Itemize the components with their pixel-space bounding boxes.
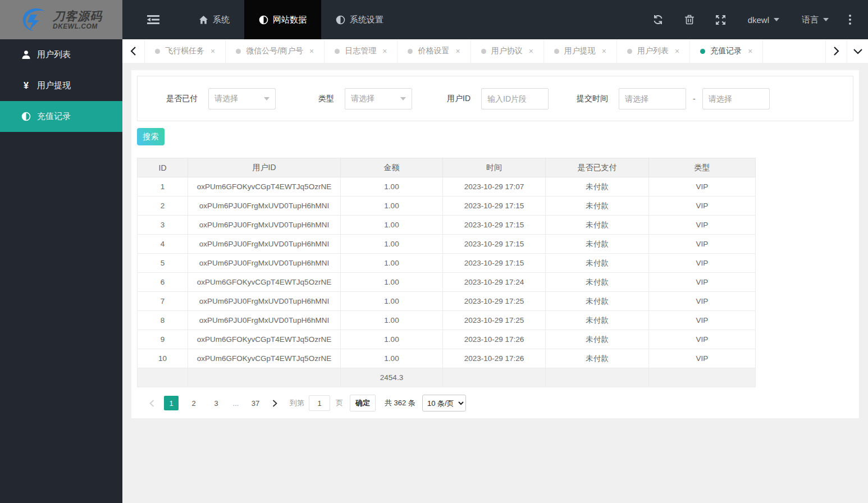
table-cell: 未付款 — [546, 196, 649, 216]
table-cell: 1.00 — [341, 177, 443, 196]
tab-close-icon[interactable]: × — [748, 47, 752, 56]
more-options-icon[interactable] — [840, 15, 860, 25]
tab-close-icon[interactable]: × — [309, 47, 314, 56]
svg-text:¥: ¥ — [24, 81, 29, 90]
table-cell: 未付款 — [546, 330, 649, 349]
summary-cell — [546, 368, 649, 387]
user-menu[interactable]: dkewl — [737, 0, 791, 39]
table-cell: VIP — [649, 196, 756, 216]
sidebar-item-用户提现[interactable]: ¥用户提现 — [0, 70, 122, 101]
sidebar-item-label: 用户提现 — [37, 80, 71, 91]
tab-用户列表[interactable]: 用户列表× — [617, 39, 690, 63]
time-range-separator: - — [693, 94, 696, 103]
page-number-1[interactable]: 1 — [164, 396, 179, 410]
tab-label: 价格设置 — [418, 46, 449, 56]
table-cell: 3 — [138, 216, 188, 235]
tab-用户提现[interactable]: 用户提现× — [544, 39, 617, 63]
tab-status-dot — [627, 49, 632, 54]
page-next-icon[interactable] — [267, 400, 283, 407]
sidebar-menu: 用户列表¥用户提现充值记录 — [0, 39, 122, 132]
pagination: 123...37 到第 页 确定 共 362 条 10 条/页 — [137, 395, 853, 411]
summary-cell — [138, 368, 188, 387]
user-icon — [20, 50, 31, 60]
table-cell: 未付款 — [546, 177, 649, 196]
page-ellipsis: ... — [229, 396, 243, 410]
filter-time-to-input[interactable] — [702, 88, 770, 109]
tab-充值记录[interactable]: 充值记录× — [690, 39, 763, 63]
page-size-select[interactable]: 10 条/页 — [422, 395, 466, 411]
tab-日志管理[interactable]: 日志管理× — [325, 39, 398, 63]
tab-微信公号/商户号[interactable]: 微信公号/商户号× — [226, 39, 325, 63]
tab-close-icon[interactable]: × — [455, 47, 460, 56]
table-cell: oxPUm6PJU0FrgMxUVD0TupH6hMNI — [188, 216, 341, 235]
table-cell: 2 — [138, 196, 188, 216]
sidebar-collapse-icon[interactable] — [122, 0, 184, 39]
tab-价格设置[interactable]: 价格设置× — [398, 39, 470, 63]
table-cell: 1.00 — [341, 216, 443, 235]
nav-item-系统[interactable]: 系统 — [184, 0, 244, 39]
tab-close-icon[interactable]: × — [602, 47, 606, 56]
table-cell: 5 — [138, 254, 188, 273]
table-cell: 8 — [138, 311, 188, 330]
tab-bar: 飞行棋任务×微信公号/商户号×日志管理×价格设置×用户协议×用户提现×用户列表×… — [122, 39, 868, 63]
chevron-down-icon — [264, 97, 269, 100]
search-button[interactable]: 搜索 — [137, 128, 165, 145]
filter-time: 提交时间 - — [577, 88, 770, 109]
table-row: 3oxPUm6PJU0FrgMxUVD0TupH6hMNI1.002023-10… — [138, 216, 756, 235]
filter-type-select[interactable]: 请选择 — [345, 88, 412, 109]
app-logo[interactable]: 刀客源码 DKEWL.COM — [0, 0, 122, 39]
language-menu[interactable]: 语言 — [791, 0, 840, 39]
goto-confirm-button[interactable]: 确定 — [350, 395, 376, 411]
trash-icon[interactable] — [674, 0, 705, 39]
tab-status-dot — [335, 49, 340, 54]
tab-close-icon[interactable]: × — [529, 47, 533, 56]
page-number-3[interactable]: 3 — [209, 396, 223, 410]
tab-status-dot — [700, 49, 705, 54]
filter-bar: 是否已付 请选择 类型 请选择 用户ID 提交时间 - — [137, 76, 853, 121]
table-cell: 7 — [138, 292, 188, 311]
goto-page-input[interactable] — [309, 395, 330, 411]
table-cell: oxPUm6PJU0FrgMxUVD0TupH6hMNI — [188, 311, 341, 330]
sidebar-item-充值记录[interactable]: 充值记录 — [0, 101, 122, 132]
table-cell: 2023-10-29 17:24 — [443, 273, 546, 292]
tabs-menu-icon[interactable] — [847, 39, 868, 63]
page-number-37[interactable]: 37 — [248, 396, 263, 410]
records-table: ID用户ID金额时间是否已支付类型 1oxPUm6GFOKyvCGpT4EWTJ… — [137, 158, 756, 387]
tabs-scroll-left-icon[interactable] — [122, 39, 145, 63]
nav-item-系统设置[interactable]: 系统设置 — [321, 0, 398, 39]
filter-time-from-input[interactable] — [619, 88, 686, 109]
tab-close-icon[interactable]: × — [211, 47, 215, 56]
page-prev-icon[interactable] — [144, 400, 160, 407]
tab-label: 飞行棋任务 — [165, 46, 204, 56]
tab-status-dot — [408, 49, 413, 54]
table-cell: 1.00 — [341, 311, 443, 330]
refresh-icon[interactable] — [642, 0, 674, 39]
nav-item-网站数据[interactable]: 网站数据 — [244, 0, 321, 39]
column-header: 时间 — [443, 158, 546, 177]
page-number-2[interactable]: 2 — [186, 396, 201, 410]
tab-用户协议[interactable]: 用户协议× — [471, 39, 544, 63]
filter-userid-input[interactable] — [481, 88, 549, 109]
table-cell: 1.00 — [341, 235, 443, 254]
tab-label: 微信公号/商户号 — [246, 46, 303, 56]
tab-close-icon[interactable]: × — [675, 47, 679, 56]
column-header: ID — [138, 158, 188, 177]
logo-subtitle: DKEWL.COM — [53, 23, 102, 30]
filter-type-label: 类型 — [318, 94, 334, 104]
table-cell: VIP — [649, 349, 756, 368]
tab-飞行棋任务[interactable]: 飞行棋任务× — [145, 39, 226, 63]
table-cell: VIP — [649, 177, 756, 196]
tabs-scroll-right-icon[interactable] — [825, 39, 847, 63]
table-row: 7oxPUm6PJU0FrgMxUVD0TupH6hMNI1.002023-10… — [138, 292, 756, 311]
table-cell: 1.00 — [341, 292, 443, 311]
language-label: 语言 — [802, 15, 819, 25]
table-cell: 2023-10-29 17:26 — [443, 330, 546, 349]
table-cell: oxPUm6PJU0FrgMxUVD0TupH6hMNI — [188, 292, 341, 311]
sidebar-item-用户列表[interactable]: 用户列表 — [0, 39, 122, 70]
fullscreen-icon[interactable] — [705, 0, 737, 39]
tab-label: 用户列表 — [637, 46, 669, 56]
tab-close-icon[interactable]: × — [382, 47, 387, 56]
filter-paid-select[interactable]: 请选择 — [208, 88, 276, 109]
summary-cell — [188, 368, 341, 387]
content-panel: 是否已付 请选择 类型 请选择 用户ID 提交时间 - — [131, 70, 859, 418]
